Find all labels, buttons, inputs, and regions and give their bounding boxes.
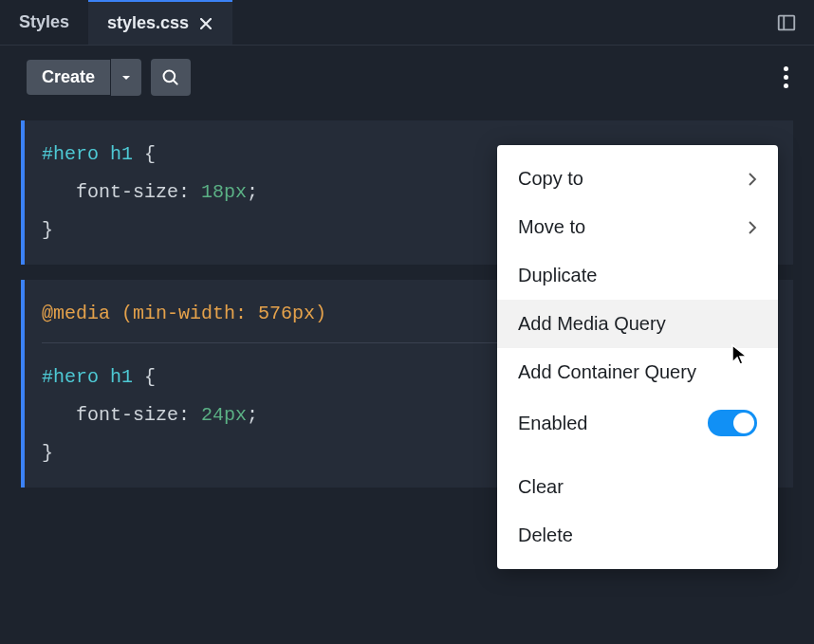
- menu-label: Add Container Query: [518, 361, 757, 383]
- chevron-right-icon: [748, 172, 757, 187]
- menu-label: Delete: [518, 524, 757, 546]
- menu-label: Copy to: [518, 168, 748, 190]
- css-value: 24px: [201, 404, 247, 426]
- menu-label: Move to: [518, 216, 748, 238]
- menu-label: Enabled: [518, 413, 708, 434]
- context-menu: Copy to Move to Duplicate Add Media Quer…: [497, 145, 778, 569]
- toggle-switch[interactable]: [708, 410, 757, 436]
- panel-toggle-icon[interactable]: [776, 12, 797, 33]
- selector: #hero h1: [42, 143, 133, 165]
- toolbar: Create: [0, 46, 814, 109]
- media-query: @media (min-width: 576px): [42, 303, 326, 324]
- menu-item-duplicate[interactable]: Duplicate: [497, 251, 778, 300]
- tab-label: styles.css: [107, 13, 189, 33]
- tab-styles[interactable]: Styles: [0, 0, 88, 45]
- menu-label: Add Media Query: [518, 313, 757, 335]
- create-button[interactable]: Create: [27, 60, 111, 95]
- css-property: font-size: [76, 404, 178, 426]
- svg-line-4: [174, 80, 177, 83]
- close-icon[interactable]: [198, 16, 213, 31]
- tab-file[interactable]: styles.css: [88, 0, 232, 45]
- selector: #hero h1: [42, 366, 133, 388]
- menu-item-clear[interactable]: Clear: [497, 463, 778, 511]
- tab-bar: Styles styles.css: [0, 0, 814, 46]
- css-value: 18px: [201, 181, 247, 203]
- create-button-group: Create: [27, 59, 141, 96]
- search-button[interactable]: [151, 59, 191, 96]
- menu-item-add-container-query[interactable]: Add Container Query: [497, 348, 778, 396]
- menu-item-move-to[interactable]: Move to: [497, 203, 778, 251]
- search-icon: [161, 68, 180, 87]
- menu-item-copy-to[interactable]: Copy to: [497, 155, 778, 203]
- menu-label: Clear: [518, 476, 757, 498]
- menu-item-add-media-query[interactable]: Add Media Query: [497, 300, 778, 348]
- brace: {: [133, 143, 156, 165]
- more-icon[interactable]: [774, 61, 797, 94]
- toggle-knob: [733, 413, 754, 433]
- menu-separator: [497, 450, 778, 463]
- chevron-down-icon: [120, 72, 132, 83]
- menu-label: Duplicate: [518, 265, 757, 286]
- chevron-right-icon: [748, 220, 757, 235]
- tab-label: Styles: [19, 12, 69, 32]
- create-dropdown-button[interactable]: [111, 59, 141, 96]
- menu-item-enabled[interactable]: Enabled: [497, 396, 778, 450]
- css-property: font-size: [76, 181, 178, 203]
- menu-item-delete[interactable]: Delete: [497, 511, 778, 560]
